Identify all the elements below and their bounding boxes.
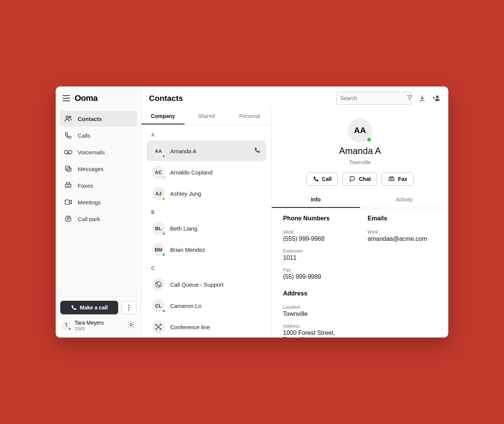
list-tabs: Company Shared Personal: [141, 108, 271, 125]
sidebar-item-contacts[interactable]: Contacts: [59, 111, 137, 127]
svg-point-19: [159, 285, 160, 286]
emails-title: Emails: [368, 215, 437, 222]
svg-point-12: [128, 305, 129, 306]
presence-indicator: [162, 154, 166, 158]
presence-indicator: [162, 253, 166, 257]
tab-personal[interactable]: Personal: [228, 108, 271, 124]
contact-name: Brian Mendez: [170, 247, 205, 253]
sidebar-item-calls[interactable]: Calls: [59, 127, 137, 143]
svg-rect-10: [65, 200, 70, 204]
call-button[interactable]: Call: [307, 172, 338, 186]
work-phone: (555) 999-9988: [283, 236, 352, 242]
contact-name: Conference line: [170, 324, 210, 330]
settings-icon[interactable]: [127, 321, 135, 330]
section-letter: A: [145, 127, 268, 140]
svg-rect-29: [389, 178, 394, 181]
sidebar-item-label: Faxes: [78, 182, 93, 189]
info-panel: Phone Numbers Work (555) 999-9988 Extens…: [272, 208, 448, 338]
conference-icon: [152, 320, 165, 333]
phones-title: Phone Numbers: [283, 215, 352, 222]
contact-row-amanda[interactable]: AA Amanda A: [147, 141, 266, 161]
contact-list-column: Company Shared Personal A AA Amanda A: [141, 108, 272, 338]
contact-row-arnaldo[interactable]: AC Arnaldo Copland: [147, 162, 266, 182]
contact-avatar: CL: [152, 299, 165, 312]
section-letter: C: [145, 261, 268, 273]
make-call-button[interactable]: Make a call: [60, 301, 118, 314]
sidebar-item-faxes[interactable]: Faxes: [59, 177, 137, 193]
sidebar-item-callpark[interactable]: Call park: [59, 211, 137, 227]
search-input[interactable]: [340, 95, 407, 101]
calls-icon: [64, 131, 72, 140]
contact-name: Call Queue - Support: [170, 281, 224, 288]
contact-row-beth[interactable]: BL Beth Liang: [147, 218, 266, 239]
tab-activity[interactable]: Activity: [360, 192, 448, 208]
field-label: Work: [283, 229, 352, 235]
phone-icon[interactable]: [254, 147, 261, 155]
tab-info[interactable]: Info: [272, 192, 360, 208]
sidebar-item-meetings[interactable]: Meetings: [59, 194, 137, 210]
download-icon[interactable]: [418, 94, 426, 102]
presence-indicator: [162, 197, 166, 201]
svg-point-1: [69, 116, 71, 118]
contact-row-ashley[interactable]: AJ Ashley Jung: [147, 183, 266, 204]
contact-row-conference[interactable]: Conference line: [147, 317, 266, 337]
chat-button[interactable]: Chat: [343, 172, 377, 186]
svg-point-18: [157, 283, 158, 284]
sidebar-item-label: Messages: [78, 166, 103, 172]
svg-point-17: [156, 282, 161, 287]
sidebar-item-label: Meetings: [78, 199, 101, 206]
contact-name: Amanda A: [170, 148, 196, 154]
current-user[interactable]: T Tara Meyers 1043: [60, 318, 136, 333]
presence-indicator: [68, 327, 71, 330]
svg-point-16: [436, 96, 438, 98]
svg-line-26: [158, 325, 161, 327]
contact-avatar: AC: [152, 166, 165, 179]
presence-indicator: [162, 309, 166, 313]
field-label: Location: [283, 305, 352, 310]
sidebar-item-messages[interactable]: Messages: [59, 161, 137, 177]
presence-indicator: [162, 232, 166, 236]
page-title: Contacts: [149, 94, 183, 103]
app-window: Ooma Contacts Calls Voicemails: [56, 86, 448, 338]
filter-icon[interactable]: [407, 94, 413, 102]
contact-name: Arnaldo Copland: [170, 169, 213, 176]
location-value: Townville: [283, 311, 352, 317]
fax-button[interactable]: Fax: [382, 172, 413, 186]
address-value: 1000 Forest Street, Townville: [283, 330, 352, 338]
svg-point-11: [66, 216, 71, 222]
meetings-icon: [64, 198, 72, 206]
user-avatar: T: [62, 321, 71, 330]
presence-indicator: [367, 137, 371, 142]
tab-company[interactable]: Company: [141, 108, 185, 124]
section-letter: B: [145, 204, 268, 217]
svg-point-2: [64, 150, 68, 154]
presence-indicator: [163, 176, 166, 179]
contact-row-brian[interactable]: BM Brian Mendez: [147, 239, 266, 260]
contact-row-cameron[interactable]: CL Cameron Lo: [147, 295, 266, 316]
sidebar-nav: Contacts Calls Voicemails Messages: [56, 108, 141, 296]
add-contact-icon[interactable]: [432, 94, 441, 102]
field-label: Work: [368, 229, 437, 235]
contact-row-queue[interactable]: Call Queue - Support: [147, 274, 266, 295]
email-value: amandaa@acme.com: [368, 236, 437, 242]
contact-avatar: AJ: [152, 187, 165, 200]
more-button[interactable]: [121, 301, 136, 314]
address-title: Address: [283, 290, 352, 297]
svg-point-0: [66, 116, 68, 118]
callpark-icon: [64, 215, 72, 223]
svg-point-14: [128, 309, 129, 310]
make-call-label: Make a call: [80, 305, 108, 311]
sidebar-item-label: Contacts: [78, 116, 102, 122]
field-label: Address: [283, 323, 352, 329]
svg-line-28: [158, 327, 161, 329]
user-name: Tara Meyers: [75, 320, 104, 326]
menu-icon[interactable]: [63, 95, 70, 101]
voicemails-icon: [64, 148, 72, 156]
search-box[interactable]: [336, 92, 412, 105]
field-label: Extension: [283, 248, 352, 254]
svg-rect-6: [67, 168, 71, 171]
sidebar-item-voicemails[interactable]: Voicemails: [59, 144, 137, 160]
contact-avatar: AA: [152, 144, 165, 157]
svg-rect-8: [67, 183, 70, 184]
tab-shared[interactable]: Shared: [185, 108, 228, 124]
